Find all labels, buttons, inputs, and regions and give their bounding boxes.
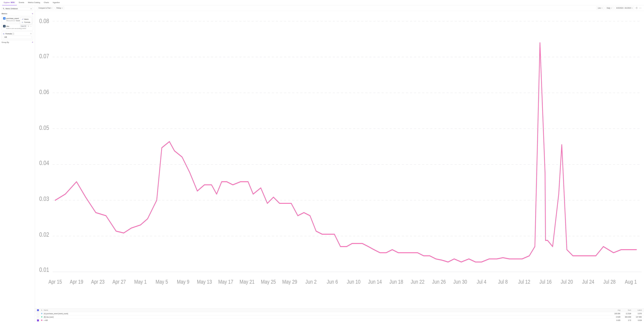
table-header-checkbox [37, 309, 41, 311]
y-label-001: 0.01 [39, 266, 49, 273]
metric-option-metric[interactable]: Metric [20, 18, 32, 21]
metric-b-name: dau [6, 25, 19, 27]
formula-icon-sm: fx [22, 22, 24, 23]
svg-text:Apr 27: Apr 27 [112, 279, 126, 285]
main-layout: Metric Drilldown Metrics + A purchase_ev… [0, 5, 644, 322]
formula-close-button[interactable]: ✕ [30, 33, 32, 35]
daily-button[interactable]: Daily [605, 6, 614, 10]
more-options-button[interactable]: ··· [639, 7, 642, 10]
svg-text:Jul 16: Jul 16 [540, 279, 552, 285]
daily-chevron-icon [611, 8, 612, 9]
refresh-button[interactable] [636, 7, 638, 9]
svg-text:Jun 14: Jun 14 [368, 279, 382, 285]
chevron-down-icon [30, 8, 32, 10]
nav-item-ingestion[interactable]: Ingestion [51, 0, 62, 5]
compare-chevron-icon [51, 8, 52, 9]
row1-sum: 11.51M [620, 313, 631, 314]
svg-text:May 25: May 25 [261, 279, 276, 285]
row2-color [41, 316, 44, 318]
metric-b-badge: B [3, 25, 6, 27]
metric-b-more[interactable]: ··· [30, 25, 32, 27]
top-nav: Explore BETA Events Metrics Catalog Char… [0, 0, 644, 5]
row2-avg: 3.52M [610, 316, 620, 318]
formula-title-icon: fx [3, 33, 5, 35]
svg-text:May 17: May 17 [218, 279, 233, 285]
svg-text:Jul 20: Jul 20 [561, 279, 573, 285]
metrics-label-text: Metrics [2, 13, 7, 14]
table-header-latest: Latest [631, 309, 642, 311]
chart-wrapper: 0.08 0.07 0.06 0.05 0.04 0.03 0.02 0.01 [35, 11, 644, 308]
data-table: ⇅ Name Avg Sum Latest (A) purchase_event… [35, 308, 644, 322]
nav-item-charts[interactable]: Charts [42, 0, 50, 5]
y-label-003: 0.03 [39, 195, 49, 202]
y-label-004: 0.04 [39, 160, 49, 166]
compare-to-past-button[interactable]: Compare to Past [37, 6, 54, 10]
svg-text:Jul 28: Jul 28 [603, 279, 616, 285]
line-chevron-icon [601, 8, 603, 9]
row3-avg: 0.025 [610, 320, 620, 321]
add-group-by-button[interactable]: + [32, 41, 33, 44]
check-icon [37, 310, 39, 311]
svg-text:Jun 6: Jun 6 [327, 279, 338, 285]
line-chart-button[interactable]: Line [596, 6, 604, 10]
nav-label-charts: Charts [44, 2, 49, 4]
formula-header: fx Formula i ✕ [3, 33, 32, 35]
metric-b-row: B dau User ID ✕ ··· [3, 25, 32, 27]
checkbox-row2[interactable] [37, 316, 39, 318]
table-row: (B) dau (user) 3.52M 383.54M 147.96K [35, 316, 644, 319]
svg-text:Apr 19: Apr 19 [70, 279, 83, 285]
drilldown-selector[interactable]: Metric Drilldown [2, 7, 33, 10]
metric-b-description: Built-in user accounting metric [6, 28, 32, 29]
date-range-button[interactable]: 4/15/2023 - 8/1/2023 [615, 6, 634, 10]
metrics-header: Metrics + [2, 12, 33, 15]
formula-input[interactable] [3, 36, 32, 39]
svg-text:fx: fx [22, 22, 23, 23]
svg-text:Apr 23: Apr 23 [91, 279, 104, 285]
svg-text:May 21: May 21 [240, 279, 255, 285]
sort-icon[interactable]: ⇅ [41, 310, 42, 311]
chart-line [55, 43, 636, 262]
svg-text:May 29: May 29 [282, 279, 297, 285]
metrics-section: Metrics + A purchase_event Measured as C… [2, 12, 33, 44]
checkbox-row3[interactable] [37, 320, 39, 321]
row3-checkbox[interactable] [37, 320, 41, 321]
line-chart: 0.08 0.07 0.06 0.05 0.04 0.03 0.02 0.01 [35, 12, 644, 308]
y-label-005: 0.05 [39, 124, 49, 131]
color-dot-row3 [41, 320, 42, 321]
y-label-006: 0.06 [39, 88, 49, 96]
add-metric-button[interactable]: + [32, 12, 33, 15]
nav-item-metrics-catalog[interactable]: Metrics Catalog [26, 0, 42, 5]
table-header-row: ⇅ Name Avg Sum Latest [35, 308, 644, 312]
svg-text:Jul 4: Jul 4 [477, 279, 486, 285]
svg-text:Apr 15: Apr 15 [48, 279, 62, 285]
color-dot-row1 [41, 313, 42, 314]
table-header-avg: Avg [610, 309, 620, 311]
group-by-section: Group By + [2, 41, 33, 44]
rollup-button[interactable]: Rollup [55, 6, 64, 10]
nav-label-events: Events [19, 2, 24, 4]
nav-badge-beta: BETA [10, 2, 15, 3]
select-all-checkbox[interactable] [37, 309, 39, 311]
row1-checkbox[interactable] [37, 313, 41, 314]
group-by-label: Group By [2, 41, 9, 43]
toolbar-right: Line Daily 4/15/2023 - 8/1/2023 [596, 6, 642, 10]
ellipsis-icon: ··· [639, 7, 642, 9]
nav-label-metrics-catalog: Metrics Catalog [28, 2, 40, 4]
metric-option-formula[interactable]: fx Formula [20, 21, 32, 24]
formula-info-icon[interactable]: i [12, 33, 14, 35]
row3-color [41, 320, 44, 321]
svg-text:fx: fx [3, 33, 4, 34]
checkbox-row1[interactable] [37, 313, 39, 314]
row2-checkbox[interactable] [37, 316, 41, 318]
row1-latest: 3.57K [631, 313, 642, 314]
row1-color [41, 313, 44, 314]
nav-item-explore[interactable]: Explore BETA [2, 0, 17, 5]
row2-latest: 147.96K [631, 316, 642, 318]
color-dot-row2 [41, 316, 42, 318]
metric-b-remove[interactable]: ✕ [28, 25, 29, 27]
metric-icon [22, 18, 24, 20]
nav-item-events[interactable]: Events [17, 0, 26, 5]
svg-text:Jun 2: Jun 2 [305, 279, 316, 285]
row3-sum: 2.72 [620, 320, 631, 321]
row1-avg: 105.55K [610, 313, 620, 314]
